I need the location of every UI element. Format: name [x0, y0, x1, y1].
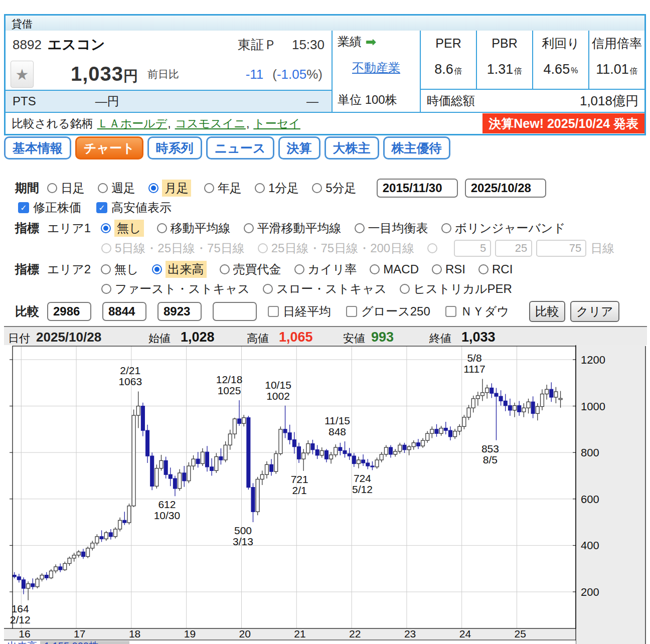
radio-option[interactable]: 年足	[204, 180, 242, 197]
checkbox-icon[interactable]: ✓	[96, 202, 107, 213]
compare-input-3[interactable]	[157, 302, 202, 321]
radio-icon[interactable]	[312, 183, 322, 193]
clear-button[interactable]: クリア	[570, 301, 619, 322]
checkbox-option[interactable]: 日経平均	[268, 303, 331, 319]
favorite-button[interactable]: ★	[11, 61, 34, 88]
tab-item[interactable]: 株主優待	[383, 136, 450, 159]
checkbox-option[interactable]: ✓修正株価	[18, 200, 81, 216]
radio-icon[interactable]	[101, 284, 111, 294]
radio-icon[interactable]	[258, 243, 268, 253]
area1-radio-group: 無し移動平均線平滑移動平均線一目均衡表ボリンジャーバンド	[101, 220, 578, 237]
radio-option[interactable]: カイリ率	[294, 261, 357, 278]
checkbox-option[interactable]: ＮＹダウ	[445, 303, 509, 319]
compared-stock-link[interactable]: ＬＡホールデ	[97, 117, 168, 130]
radio-option[interactable]: 5分足	[312, 180, 356, 197]
radio-icon[interactable]	[204, 183, 214, 193]
radio-icon[interactable]	[47, 183, 57, 193]
x-axis-year-label: 20	[239, 628, 251, 639]
ma-input-1[interactable]	[454, 240, 491, 257]
compare-button[interactable]: 比較	[529, 301, 565, 322]
radio-icon[interactable]	[148, 183, 158, 193]
radio-icon[interactable]	[370, 264, 380, 274]
x-axis-year-label: 22	[349, 628, 361, 639]
compared-stock-link[interactable]: コスモスイニ	[175, 117, 246, 130]
radio-icon[interactable]	[294, 264, 304, 274]
ma-custom-option[interactable]	[427, 243, 441, 253]
radio-icon[interactable]	[255, 183, 265, 193]
checkbox-option[interactable]: グロース250	[346, 303, 430, 319]
current-price: 1,033円	[71, 63, 138, 86]
radio-icon[interactable]	[244, 223, 254, 233]
candle-body	[343, 450, 347, 453]
radio-icon[interactable]	[355, 223, 365, 233]
radio-icon[interactable]	[478, 264, 489, 274]
compare-input-4[interactable]	[213, 302, 257, 321]
radio-option[interactable]: 出来高	[152, 261, 207, 278]
radio-option[interactable]: 5日線・25日線・75日線	[101, 240, 245, 256]
tab-item[interactable]: ニュース	[206, 136, 274, 159]
compare-input-1[interactable]	[47, 302, 91, 321]
radio-icon[interactable]	[98, 183, 108, 193]
radio-option[interactable]: ボリンジャーバンド	[441, 220, 566, 237]
radio-option[interactable]: 売買代金	[220, 261, 281, 278]
open-value: 1,028	[181, 330, 215, 345]
radio-label: 月足	[162, 180, 191, 197]
compared-stock-link[interactable]: トーセイ	[253, 117, 300, 130]
tab-active[interactable]: チャート	[75, 136, 143, 159]
checkbox-icon[interactable]	[445, 306, 456, 317]
compare-input-2[interactable]	[102, 302, 146, 321]
radio-icon[interactable]	[152, 264, 162, 274]
tab-item[interactable]: 決算	[278, 136, 320, 159]
radio-option[interactable]: スロー・ストキャス	[263, 281, 387, 297]
radio-label: 1分足	[268, 180, 299, 196]
annotation-line2: 1002	[266, 390, 290, 402]
radio-option[interactable]: 無し	[101, 261, 139, 278]
tab-item[interactable]: 大株主	[324, 136, 379, 159]
sector-link[interactable]: 不動産業	[352, 61, 400, 74]
radio-icon[interactable]	[101, 243, 111, 253]
radio-label: 一目均衡表	[368, 220, 428, 236]
radio-option[interactable]: 一目均衡表	[355, 220, 428, 237]
radio-option[interactable]: 移動平均線	[157, 220, 231, 237]
radio-option[interactable]: ヒストリカルPER	[400, 281, 512, 297]
ma-input-2[interactable]	[495, 240, 532, 257]
radio-option[interactable]: RCI	[478, 261, 513, 278]
date-from-input[interactable]	[377, 179, 458, 198]
radio-option[interactable]: 週足	[98, 180, 135, 197]
tab-item[interactable]: 基本情報	[4, 136, 71, 159]
radio-option[interactable]: 平滑移動平均線	[244, 220, 342, 237]
y-axis-price-label: 200	[581, 586, 599, 598]
metric-yield: 利回り 4.65%	[532, 31, 588, 89]
radio-option[interactable]: 1分足	[255, 180, 299, 197]
radio-option[interactable]: 日足	[47, 180, 85, 197]
radio-icon[interactable]	[101, 264, 111, 274]
candle-body	[513, 406, 517, 410]
radio-icon[interactable]	[157, 223, 167, 233]
radio-icon[interactable]	[427, 243, 437, 253]
checkbox-icon[interactable]: ✓	[18, 202, 29, 213]
radio-option[interactable]: ファースト・ストキャス	[101, 281, 250, 297]
radio-icon[interactable]	[432, 264, 442, 274]
radio-icon[interactable]	[441, 223, 451, 233]
checkbox-icon[interactable]	[346, 306, 357, 317]
compared-stocks-label: 比較される銘柄	[12, 116, 93, 131]
checkbox-icon[interactable]	[268, 306, 279, 317]
radio-label: 日足	[61, 180, 85, 196]
radio-option[interactable]: 月足	[148, 180, 191, 197]
candle-body	[104, 533, 108, 539]
tab-item[interactable]: 時系列	[147, 136, 202, 159]
radio-option[interactable]: 25日線・75日線・200日線	[258, 240, 414, 256]
radio-option[interactable]: RSI	[432, 261, 465, 278]
earnings-new-banner[interactable]: 決算New! 2025/10/24 発表	[482, 113, 644, 133]
radio-icon[interactable]	[263, 284, 273, 294]
radio-icon[interactable]	[101, 223, 111, 233]
candle-body	[334, 447, 338, 455]
radio-option[interactable]: MACD	[370, 261, 419, 278]
annotation-line2: 3/13	[233, 536, 253, 547]
radio-icon[interactable]	[220, 264, 230, 274]
ma-input-3[interactable]	[536, 240, 586, 257]
radio-option[interactable]: 無し	[101, 220, 144, 237]
date-to-input[interactable]	[465, 179, 546, 198]
radio-icon[interactable]	[400, 284, 410, 294]
checkbox-option[interactable]: ✓高安値表示	[96, 200, 172, 216]
